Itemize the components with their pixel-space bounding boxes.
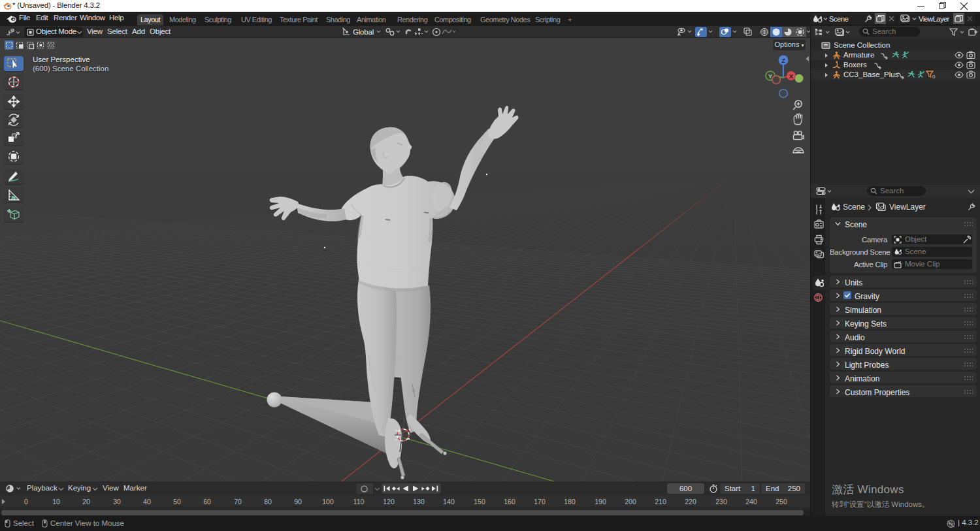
svg-text:0: 0 [932,74,936,79]
svg-text:Global: Global [353,28,374,36]
svg-text:Z: Z [781,57,785,64]
svg-text:X: X [789,73,793,80]
svg-text:Y: Y [768,73,772,80]
